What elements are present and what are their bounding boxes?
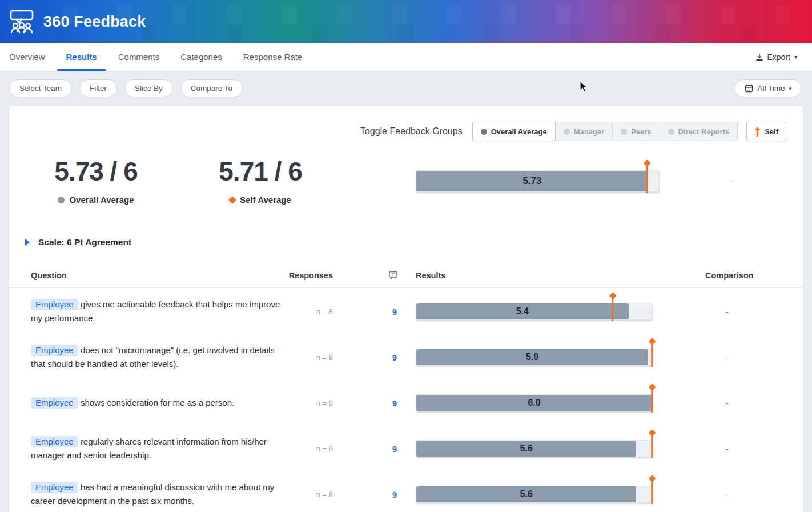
feedback-groups-toggle: Toggle Feedback Groups Overall Average M… (360, 122, 786, 141)
bar-track: 5.9 (416, 349, 653, 366)
app-header: 360 Feedback (0, 0, 812, 43)
responses-count: n = 8 (289, 353, 333, 362)
responses-count: n = 8 (289, 307, 333, 316)
select-team-button[interactable]: Select Team (9, 79, 72, 97)
toggle-self[interactable]: Self (746, 122, 786, 141)
bar-fill: 5.6 (416, 486, 636, 502)
table-row: Employee does not "micromanage" (i.e. ge… (9, 334, 803, 380)
result-bar: 5.4 (416, 303, 653, 320)
employee-tag[interactable]: Employee (31, 345, 78, 356)
self-marker-icon (651, 433, 653, 458)
comments-count-link[interactable]: 9 (375, 353, 397, 362)
self-marker-icon (651, 479, 653, 504)
export-button[interactable]: Export ▾ (755, 53, 798, 62)
comparison-value: - (715, 353, 738, 362)
filter-button[interactable]: Filter (79, 79, 117, 97)
bar-fill: 5.9 (416, 349, 648, 365)
self-marker-icon (646, 163, 648, 193)
question-rows: Employee gives me actionable feedback th… (9, 289, 803, 512)
question-text: Employee gives me actionable feedback th… (31, 298, 283, 325)
results-card: Toggle Feedback Groups Overall Average M… (9, 106, 803, 512)
bar-fill: 6.0 (416, 395, 652, 411)
nav-tabs: Overview Results Comments Categories Res… (9, 43, 302, 71)
question-text: Employee has had a meaningful discussion… (31, 481, 283, 508)
bar-value-label: 5.6 (520, 443, 533, 454)
self-marker-icon (651, 387, 653, 413)
table-row: Employee has had a meaningful discussion… (9, 471, 803, 512)
bar-value-label: 6.0 (528, 398, 540, 408)
question-text: Employee shows consideration for me as a… (31, 396, 283, 410)
responses-count: n = 8 (289, 399, 333, 407)
toggle-overall-average[interactable]: Overall Average (472, 122, 556, 141)
bar-track: 5.6 (416, 486, 653, 503)
time-range-caret-icon: ▾ (789, 86, 791, 91)
bar-fill: 5.6 (416, 441, 636, 457)
toggle-groups-label: Toggle Feedback Groups (360, 126, 463, 137)
column-responses: Responses (255, 271, 333, 280)
table-row: Employee shows consideration for me as a… (9, 380, 803, 426)
result-bar: 6.0 (416, 394, 653, 411)
slice-by-button[interactable]: Slice By (124, 79, 173, 97)
bar-track: 5.4 (416, 303, 653, 320)
question-text: Employee regularly shares relevant infor… (31, 435, 283, 462)
direct-reports-dot-icon (668, 129, 674, 135)
employee-tag[interactable]: Employee (31, 299, 78, 310)
bar-fill: 5.4 (416, 303, 629, 319)
self-average-value: 5.71 / 6 (198, 156, 323, 187)
page: 360 Feedback Overview Results Comments C… (0, 0, 812, 512)
self-marker-icon (651, 342, 653, 367)
scale-expander[interactable]: Scale: 6 Pt Agreement (25, 237, 131, 247)
self-marker-icon (612, 296, 613, 321)
comments-count-link[interactable]: 9 (375, 444, 397, 454)
tab-categories[interactable]: Categories (180, 43, 222, 71)
employee-tag[interactable]: Employee (31, 397, 78, 409)
comments-count-link[interactable]: 9 (375, 307, 397, 317)
bar-value-label: 5.6 (520, 489, 533, 499)
tab-overview[interactable]: Overview (9, 43, 45, 71)
download-icon (755, 53, 763, 61)
time-range-button[interactable]: All Time ▾ (734, 79, 802, 97)
expander-triangle-icon (25, 239, 30, 246)
self-average-legend-icon (228, 195, 236, 203)
column-comparison: Comparison (705, 271, 749, 280)
mouse-cursor (578, 81, 589, 93)
result-bar: 5.6 (416, 440, 653, 457)
toggle-peers[interactable]: Peers (612, 122, 659, 141)
responses-count: n = 8 (289, 445, 333, 453)
filter-pills: Select Team Filter Slice By Compare To (9, 79, 243, 97)
result-bar: 5.6 (416, 486, 653, 503)
compare-to-button[interactable]: Compare To (180, 79, 243, 97)
calendar-icon (745, 84, 753, 93)
tab-response-rate[interactable]: Response Rate (243, 43, 302, 71)
tab-comments[interactable]: Comments (118, 43, 160, 71)
comments-column-icon (388, 270, 399, 281)
column-question: Question (31, 271, 67, 280)
feedback-group-segmented-control: Overall Average Manager Peers Direct Rep… (472, 122, 738, 141)
employee-tag[interactable]: Employee (31, 482, 78, 493)
bar-value-label: 5.4 (516, 306, 529, 317)
toggle-direct-reports[interactable]: Direct Reports (660, 122, 738, 141)
overall-average-label: Overall Average (69, 195, 134, 205)
comparison-value: - (715, 398, 738, 408)
export-caret-icon: ▾ (794, 54, 797, 60)
toggle-manager[interactable]: Manager (555, 122, 612, 141)
table-header: Question Responses Results Comparison (9, 267, 803, 288)
question-body: shows consideration for me as a person. (81, 398, 234, 407)
bar-track: 5.73 (416, 170, 660, 192)
comments-count-link[interactable]: 9 (375, 490, 397, 499)
export-label: Export (767, 53, 790, 62)
overall-average-value: 5.73 / 6 (33, 156, 159, 187)
table-row: Employee gives me actionable feedback th… (9, 289, 803, 334)
overall-average-bar: 5.73 (416, 170, 660, 192)
employee-tag[interactable]: Employee (31, 436, 78, 447)
self-average-label: Self Average (240, 195, 291, 205)
bar-track: 5.6 (416, 440, 653, 457)
navigation-bar: Overview Results Comments Categories Res… (0, 43, 812, 71)
question-text: Employee does not "micromanage" (i.e. ge… (31, 343, 283, 371)
peers-dot-icon (621, 129, 627, 135)
comparison-value: - (715, 490, 738, 499)
tab-results[interactable]: Results (66, 43, 97, 71)
overall-average-legend-icon (58, 197, 65, 203)
app-title: 360 Feedback (43, 13, 146, 30)
comments-count-link[interactable]: 9 (375, 398, 397, 408)
